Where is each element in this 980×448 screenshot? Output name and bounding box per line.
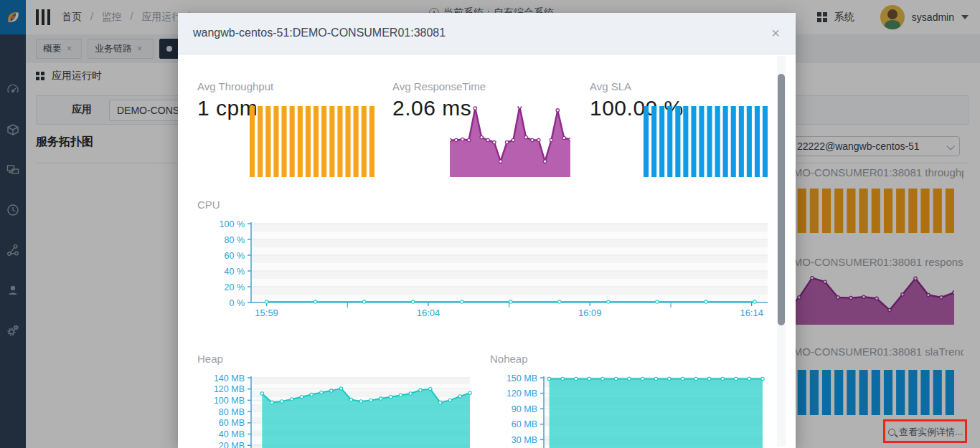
svg-text:20 MB: 20 MB: [219, 441, 245, 448]
svg-text:16:09: 16:09: [578, 308, 602, 318]
modal-body: Avg Throughput 1 cpm Avg ResponseTime 2.…: [178, 54, 796, 448]
svg-text:40 MB: 40 MB: [219, 429, 245, 439]
heap-chart[interactable]: 140 MB120 MB100 MB80 MB60 MB40 MB20 MB: [197, 371, 473, 448]
throughput-mini-chart[interactable]: [250, 106, 374, 177]
heap-chart-title: Heap: [197, 353, 223, 365]
svg-text:20 %: 20 %: [225, 282, 245, 292]
metric-throughput-value: 1 cpm: [197, 96, 258, 120]
modal-scrollbar-thumb[interactable]: [778, 74, 785, 325]
svg-text:140 MB: 140 MB: [214, 373, 245, 383]
metric-throughput-label: Avg Throughput: [197, 80, 273, 92]
svg-text:60 %: 60 %: [225, 251, 245, 261]
svg-text:100 MB: 100 MB: [214, 396, 245, 406]
svg-text:60 MB: 60 MB: [512, 419, 537, 429]
noheap-chart-title: Noheap: [490, 353, 528, 365]
svg-text:16:04: 16:04: [417, 308, 440, 318]
close-icon[interactable]: ×: [771, 24, 780, 42]
svg-text:120 MB: 120 MB: [214, 384, 245, 394]
modal-header: wangwb-centos-51:DEMO-CONSUMER01:38081 ×: [178, 13, 796, 54]
cpu-chart-title: CPU: [197, 199, 220, 211]
app-root: 首页 / 监控 / 应用运行时 当前系统：自有综合系统 系统 sysadmin: [0, 0, 980, 448]
svg-text:120 MB: 120 MB: [507, 389, 537, 399]
svg-text:90 MB: 90 MB: [512, 404, 537, 414]
response-mini-chart[interactable]: [450, 106, 570, 177]
svg-text:60 MB: 60 MB: [219, 418, 245, 428]
svg-text:80 %: 80 %: [225, 235, 245, 245]
svg-text:0 %: 0 %: [229, 298, 245, 308]
svg-text:100 %: 100 %: [220, 219, 245, 229]
noheap-chart[interactable]: 150 MB120 MB90 MB60 MB30 MB: [490, 371, 766, 448]
modal-title: wangwb-centos-51:DEMO-CONSUMER01:38081: [193, 27, 446, 39]
svg-text:80 MB: 80 MB: [219, 407, 245, 417]
svg-text:40 %: 40 %: [225, 267, 245, 277]
metric-sla-label: Avg SLA: [590, 80, 631, 92]
metric-response-label: Avg ResponseTime: [392, 80, 486, 92]
sla-mini-chart[interactable]: [644, 106, 768, 177]
instance-detail-modal: wangwb-centos-51:DEMO-CONSUMER01:38081 ×…: [178, 13, 796, 448]
annotation-highlight-box: [883, 419, 967, 443]
cpu-chart[interactable]: 100 %80 %60 %40 %20 %0 %15:5916:0416:091…: [197, 218, 771, 320]
svg-text:30 MB: 30 MB: [512, 435, 537, 445]
svg-text:150 MB: 150 MB: [507, 373, 537, 383]
svg-text:15:59: 15:59: [255, 308, 278, 318]
svg-text:16:14: 16:14: [740, 308, 763, 318]
